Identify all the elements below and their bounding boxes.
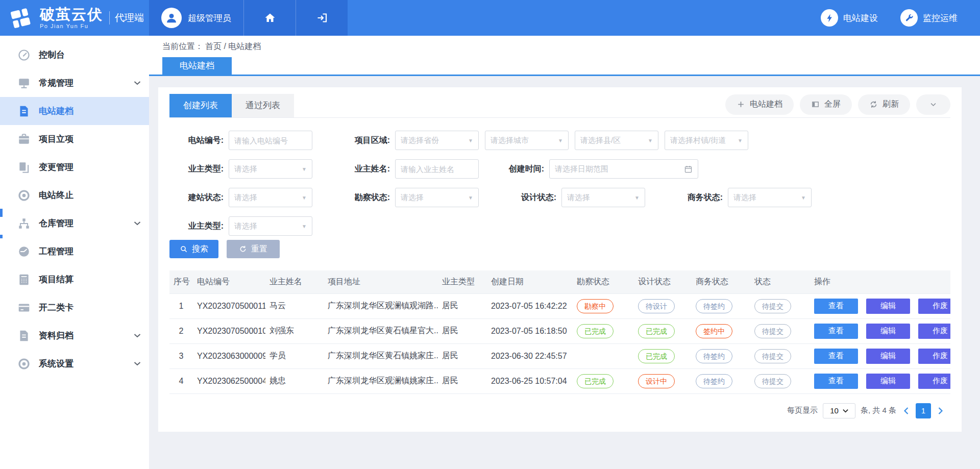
edit-button[interactable]: 编辑: [866, 374, 910, 389]
record-icon: [17, 189, 31, 202]
sidebar-item-label: 资料归档: [39, 330, 134, 341]
current-page-button[interactable]: 1: [916, 403, 931, 418]
status-badge: 勘察中: [577, 299, 614, 313]
user-name: 超级管理员: [188, 12, 231, 24]
nav-monitoring-ops[interactable]: 监控运维: [900, 9, 958, 27]
town-select[interactable]: 请选择村镇/街道▼: [665, 131, 748, 150]
sidebar-item-label: 仓库管理: [39, 217, 134, 229]
cell-actions: 查看编辑作废: [810, 368, 950, 393]
view-button[interactable]: 查看: [814, 299, 858, 314]
build-status-select[interactable]: 请选择▼: [229, 188, 312, 207]
chevron-down-icon: [134, 221, 141, 226]
next-page-button[interactable]: [938, 407, 944, 415]
sidebar-item-engineering-management[interactable]: 工程管理: [0, 237, 149, 265]
cell-station-code: YX2023063000009: [193, 343, 265, 368]
edit-button[interactable]: 编辑: [866, 324, 910, 339]
nav-label: 电站建设: [843, 12, 878, 24]
void-button[interactable]: 作废: [918, 299, 950, 314]
sidebar-item-label: 电站建档: [39, 105, 141, 117]
sidebar-item-second-class-card[interactable]: 开二类卡: [0, 293, 149, 322]
settings-icon: [17, 357, 31, 371]
sidebar-item-project-settlement[interactable]: 项目结算: [0, 265, 149, 293]
void-button[interactable]: 作废: [918, 324, 950, 339]
sidebar-item-console[interactable]: 控制台: [0, 41, 149, 69]
sidebar-item-station-archive[interactable]: 电站建档: [0, 97, 149, 125]
sidebar-item-label: 控制台: [39, 49, 141, 61]
design-status-select[interactable]: 请选择▼: [561, 188, 645, 207]
city-select[interactable]: 请选择城市▼: [485, 131, 569, 150]
fullscreen-button[interactable]: 全屏: [800, 94, 852, 115]
avatar: [161, 8, 182, 28]
home-button[interactable]: [243, 0, 296, 36]
sidebar-item-change-management[interactable]: 变更管理: [0, 153, 149, 181]
status-badge: 待提交: [754, 324, 791, 338]
user-menu[interactable]: 超级管理员: [149, 0, 243, 36]
edit-button[interactable]: 编辑: [866, 349, 910, 364]
brand-logo-icon: [8, 4, 36, 32]
page-size-select[interactable]: 10: [823, 403, 855, 418]
refresh-button[interactable]: 刷新: [858, 94, 910, 115]
owner-type2-select[interactable]: 请选择▼: [229, 216, 312, 236]
void-button[interactable]: 作废: [918, 349, 950, 364]
cell-station-code: YX2023062500004: [193, 368, 265, 393]
date-range-input[interactable]: 请选择日期范围: [549, 159, 698, 179]
cell-submit-status: 待提交: [750, 343, 810, 368]
owner-type-label: 业主类型:: [169, 164, 224, 175]
cell-index: 1: [169, 293, 193, 318]
chevron-right-icon: [938, 407, 944, 415]
prev-page-button[interactable]: [903, 407, 909, 415]
cell-design-status: 已完成: [634, 343, 692, 368]
owner-type-select[interactable]: 请选择▼: [229, 159, 312, 179]
brand-title: 破茧云伏: [40, 7, 103, 22]
status-badge: 待提交: [754, 299, 791, 313]
create-station-button[interactable]: 电站建档: [725, 94, 794, 115]
edit-button[interactable]: 编辑: [866, 299, 910, 314]
breadcrumb-path[interactable]: 首页 / 电站建档: [205, 41, 261, 52]
column-header: 操作: [810, 270, 950, 293]
filter-row-4: 业主类型: 请选择▼: [169, 216, 950, 236]
sidebar-item-general-management[interactable]: 常规管理: [0, 69, 149, 97]
void-button[interactable]: 作废: [918, 374, 950, 389]
logout-button[interactable]: [296, 0, 348, 36]
search-button[interactable]: 搜索: [169, 240, 218, 258]
cell-station-code: YX2023070500010: [193, 318, 265, 343]
view-button[interactable]: 查看: [814, 324, 858, 339]
cell-survey-status: [573, 343, 634, 368]
sidebar-item-system-settings[interactable]: 系统设置: [0, 350, 149, 378]
sidebar-item-label: 常规管理: [39, 77, 134, 89]
cell-design-status: 设计中: [634, 368, 692, 393]
page-tab-station-archive[interactable]: 电站建档: [162, 57, 232, 75]
cell-address: 广东深圳龙华区黄石镇星官大...: [324, 318, 438, 343]
cell-business-status: 待签约: [692, 293, 750, 318]
view-button[interactable]: 查看: [814, 374, 858, 389]
chevron-down-icon: [929, 101, 937, 108]
survey-status-select[interactable]: 请选择▼: [395, 188, 479, 207]
collapse-toolbar-button[interactable]: [916, 94, 950, 115]
logo-text: 破茧云伏 Po Jian Yun Fu: [40, 7, 103, 29]
reset-button[interactable]: 重置: [227, 240, 280, 258]
tab-create-list[interactable]: 创建列表: [169, 94, 232, 117]
sidebar-item-project-initiation[interactable]: 项目立项: [0, 125, 149, 153]
status-badge: 已完成: [577, 374, 614, 388]
tab-passed-list[interactable]: 通过列表: [232, 94, 294, 117]
sidebar-item-station-termination[interactable]: 电站终止: [0, 181, 149, 209]
frame: 控制台常规管理电站建档项目立项变更管理电站终止仓库管理工程管理项目结算开二类卡资…: [0, 36, 980, 469]
cell-submit-status: 待提交: [750, 368, 810, 393]
business-status-select[interactable]: 请选择▼: [728, 188, 812, 207]
county-select[interactable]: 请选择县/区▼: [575, 131, 658, 150]
brand-subtitle: Po Jian Yun Fu: [40, 23, 103, 29]
view-button[interactable]: 查看: [814, 349, 858, 364]
station-no-input[interactable]: [229, 131, 312, 150]
owner-name-input[interactable]: [395, 159, 479, 179]
sidebar-item-label: 系统设置: [39, 358, 134, 369]
sidebar-item-warehouse-management[interactable]: 仓库管理: [0, 209, 149, 237]
nav-station-construction[interactable]: 电站建设: [821, 9, 878, 27]
filter-row-2: 业主类型: 请选择▼ 业主姓名: 创建时间: 请选择日期范围: [169, 159, 950, 179]
province-select[interactable]: 请选择省份▼: [395, 131, 479, 150]
create-time-label: 创建时间:: [497, 164, 544, 175]
caret-down-icon: ▼: [302, 195, 307, 201]
sidebar-item-data-archive[interactable]: 资料归档: [0, 322, 149, 350]
caret-down-icon: ▼: [468, 138, 473, 143]
monitor-icon: [17, 77, 31, 90]
sidebar-scroll-indicator: [0, 209, 3, 217]
